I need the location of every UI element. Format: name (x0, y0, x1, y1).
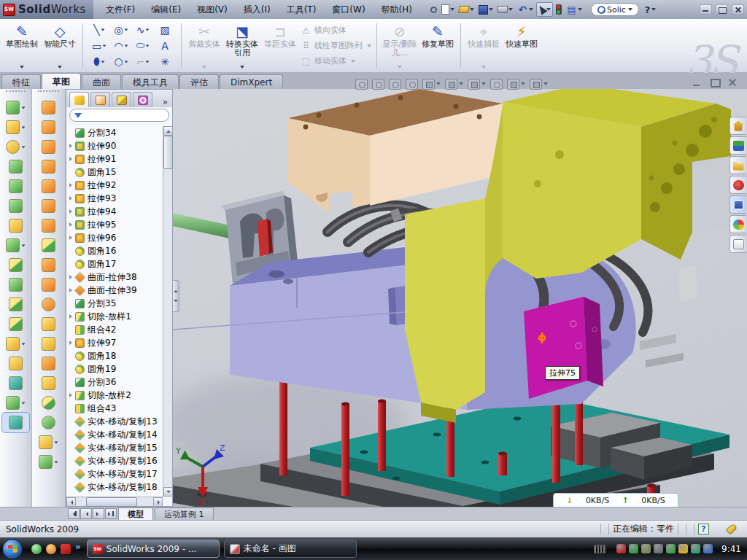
expand-arrow-icon[interactable] (66, 222, 75, 227)
doc-restore-button[interactable] (709, 77, 721, 88)
tree-item[interactable]: 实体-移动/复制13 (66, 415, 163, 428)
线性草图阵列-button[interactable]: ⠿线性草图阵列 (301, 39, 371, 52)
tree-item[interactable]: 拉伸91 (66, 152, 163, 166)
appearances-scenes-tab[interactable] (729, 215, 746, 233)
revolved-boss-button[interactable] (0, 176, 31, 196)
apply-scene-button[interactable] (507, 79, 525, 90)
planar-surface-button[interactable] (32, 216, 65, 236)
next-tab-button[interactable] (93, 508, 104, 519)
first-tab-button[interactable] (68, 508, 80, 519)
knit-surface-button[interactable] (32, 275, 65, 295)
tree-item[interactable]: 拉伸94 (66, 205, 163, 218)
new-document-button[interactable] (440, 2, 456, 17)
custom-properties-tab[interactable] (729, 235, 746, 253)
tab-草图[interactable]: 草图 (42, 73, 81, 89)
featuremanager-tab[interactable] (69, 92, 89, 107)
untrim-surface-button[interactable] (32, 334, 65, 354)
edit-appearance-button[interactable] (490, 79, 503, 90)
menu-窗口(W)[interactable]: 窗口(W) (324, 0, 373, 19)
tree-item[interactable]: 圆角15 (66, 166, 163, 179)
selection-box-icon[interactable]: ▧ (154, 22, 176, 38)
spline-icon[interactable]: ∿ (132, 22, 154, 38)
filled-surface-button[interactable] (32, 196, 65, 216)
close-button[interactable] (732, 4, 744, 15)
view-palette-tab[interactable] (729, 195, 746, 214)
extend-surface-button[interactable] (32, 354, 65, 373)
expand-arrow-icon[interactable] (66, 236, 75, 240)
shield-plus-icon[interactable] (691, 544, 700, 553)
hide-show-items-button[interactable] (468, 79, 486, 90)
镜向实体-button[interactable]: ⚠镜向实体 (301, 24, 371, 37)
save-button[interactable] (477, 2, 495, 17)
swept-surface-button[interactable] (32, 137, 65, 157)
open-button[interactable] (457, 2, 476, 17)
move-copy-body-button[interactable] (0, 314, 31, 334)
certificate-icon[interactable] (641, 544, 651, 553)
tree-item[interactable]: 拉伸93 (66, 192, 163, 205)
trim-entities-button[interactable]: ✂ 剪裁实体 (185, 20, 223, 71)
tree-item[interactable]: 实体-移动/复制17 (66, 467, 163, 481)
rebuild-button[interactable] (554, 2, 563, 17)
tree-item[interactable]: 曲面-拉伸39 (66, 284, 163, 297)
top-clamp-plate[interactable] (288, 89, 503, 213)
start-button[interactable] (2, 539, 23, 559)
help-dropdown[interactable] (651, 8, 656, 11)
menu-编辑(E)[interactable]: 编辑(E) (143, 0, 189, 19)
arc-icon[interactable]: ◠ (110, 38, 132, 54)
expand-arrow-icon[interactable] (66, 393, 75, 397)
vertical-scroll-thumb[interactable] (163, 136, 173, 169)
doc-tab-模型[interactable]: 模型 (118, 508, 153, 520)
expand-arrow-icon[interactable] (66, 209, 75, 214)
hole-wizard-button[interactable] (0, 216, 31, 236)
tree-item[interactable]: 拉伸95 (66, 218, 163, 231)
dimxpertmanager-tab[interactable] (133, 92, 152, 107)
smart-dimension-button[interactable]: ◇ 智能尺寸 (41, 20, 79, 71)
thicken-button[interactable] (32, 295, 65, 314)
line-icon[interactable]: ╲ (88, 22, 110, 38)
tag-icon[interactable] (726, 524, 738, 535)
tree-item[interactable]: 拉伸97 (66, 336, 163, 349)
point-icon[interactable]: ✳ (154, 54, 176, 70)
view-orientation-button[interactable] (422, 79, 441, 90)
file-explorer-tab[interactable] (729, 156, 746, 174)
zoom-fit-button[interactable] (355, 79, 368, 90)
previous-view-button[interactable] (389, 79, 401, 90)
minimize-button[interactable] (700, 4, 712, 15)
measure-button[interactable] (2, 413, 29, 432)
propertymanager-tab[interactable] (90, 92, 110, 107)
warning-icon[interactable] (678, 544, 688, 553)
combine-button[interactable] (0, 255, 31, 275)
insert-part-button[interactable] (0, 334, 31, 354)
tree-item[interactable]: 实体-移动/复制18 (66, 481, 163, 494)
menu-帮助(H)[interactable]: 帮助(H) (374, 0, 420, 19)
tree-item[interactable]: 切除-放样1 (66, 310, 163, 323)
menu-文件(F)[interactable]: 文件(F) (98, 0, 143, 19)
select-button[interactable] (536, 2, 553, 17)
intersect-button[interactable] (0, 275, 31, 295)
pin-icon[interactable] (429, 2, 438, 17)
tree-item[interactable]: 圆角19 (66, 362, 163, 376)
delete-face-button[interactable] (32, 373, 65, 393)
tree-item[interactable]: 分割34 (66, 126, 163, 139)
trim-surface-button[interactable] (32, 314, 65, 334)
offset-entities-button[interactable]: ⊐ 等距实体 (261, 20, 299, 71)
task-button-paint[interactable]: 未命名 - 画图 (224, 540, 357, 558)
split-button[interactable] (0, 295, 31, 314)
menu-工具(T)[interactable]: 工具(T) (279, 0, 325, 19)
text-icon[interactable]: A (154, 38, 176, 54)
tree-item[interactable]: 分割36 (66, 376, 163, 389)
tree-filter-input[interactable] (69, 109, 169, 122)
ellipse-icon[interactable]: ⬭ (132, 38, 154, 54)
expand-arrow-icon[interactable] (66, 196, 75, 201)
display-style-button[interactable] (445, 79, 463, 90)
quicklaunch-messenger-icon[interactable] (31, 544, 42, 554)
fillet-button[interactable] (0, 137, 31, 157)
task-button-solidworks[interactable]: SWSolidWorks 2009 - ... (87, 540, 220, 558)
tab-DimXpert[interactable]: DimXpert (220, 74, 283, 89)
expand-arrow-icon[interactable] (66, 144, 75, 148)
repair-sketch-button[interactable]: ✎ 修复草图 (419, 20, 457, 71)
doc-close-button[interactable] (727, 77, 738, 88)
quick-snaps-button[interactable]: ⌖ 快速捕捉 (465, 20, 503, 71)
view-settings-button[interactable] (530, 79, 548, 90)
linear-pattern-button[interactable] (0, 236, 31, 255)
